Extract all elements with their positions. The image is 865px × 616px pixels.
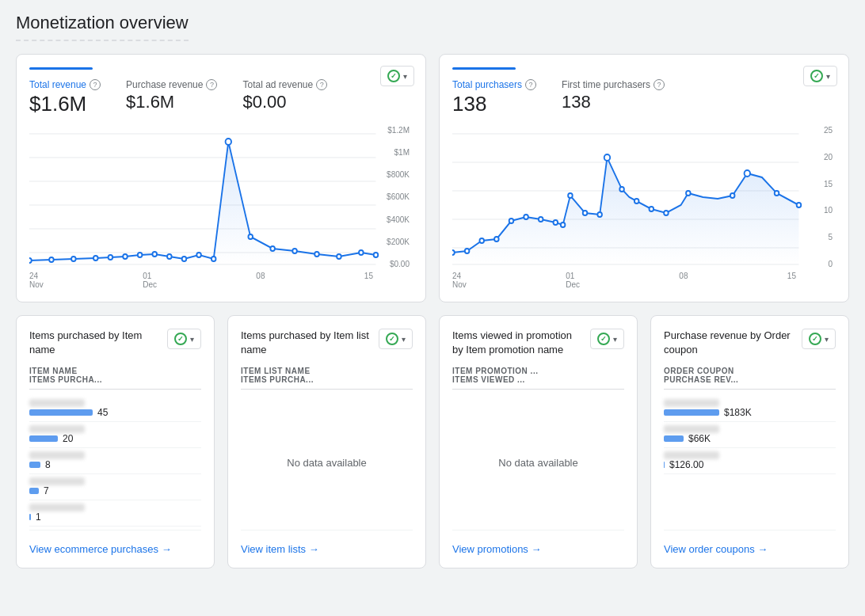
- bar-66k: [664, 435, 684, 442]
- svg-point-13: [123, 254, 128, 259]
- blurred-item-name: [29, 399, 85, 407]
- svg-point-54: [745, 170, 750, 177]
- items-in-promo-action[interactable]: ▾: [590, 329, 624, 349]
- svg-point-26: [359, 250, 364, 255]
- purchasers-chart-svg: [452, 126, 836, 268]
- svg-point-53: [730, 193, 735, 198]
- svg-point-11: [93, 256, 98, 260]
- revenue-action-button[interactable]: ▾: [380, 66, 414, 86]
- items-by-list-action[interactable]: ▾: [379, 329, 413, 349]
- revenue-chart-svg: [29, 126, 413, 268]
- svg-point-12: [109, 255, 113, 260]
- svg-point-8: [29, 258, 32, 263]
- svg-point-52: [686, 191, 691, 196]
- purchase-by-coupon-card: Purchase revenue by Order coupon ▾ ORDER…: [650, 315, 849, 568]
- item-list-name-col-header: ITEM LIST NAME: [241, 367, 413, 375]
- items-by-list-card: Items purchased by Item list name ▾ ITEM…: [227, 315, 426, 568]
- purchase-revenue-value: $1.6M: [126, 92, 217, 112]
- table-row: $66K: [664, 422, 836, 448]
- items-by-list-check-icon: [386, 333, 398, 345]
- view-order-coupons-link[interactable]: View order coupons →: [664, 530, 836, 555]
- purchasers-action-button[interactable]: ▾: [803, 66, 837, 86]
- table-row: 8: [29, 448, 201, 474]
- purchasers-x-labels: 24Nov 01Dec 08 15: [452, 272, 836, 289]
- svg-point-45: [583, 211, 588, 215]
- blurred-item-name: [29, 477, 85, 485]
- svg-point-38: [494, 237, 499, 241]
- purchase-revenue-info-icon[interactable]: ?: [206, 79, 217, 90]
- purchasers-check-icon: [810, 70, 823, 82]
- total-purchasers-info-icon[interactable]: ?: [525, 79, 536, 90]
- blurred-item-name: [29, 451, 85, 459]
- table-row: 20: [29, 422, 201, 448]
- total-revenue-value: $1.6M: [29, 92, 101, 116]
- table-row: 7: [29, 474, 201, 500]
- svg-point-42: [554, 220, 558, 225]
- total-ad-revenue-info-icon[interactable]: ?: [316, 79, 327, 90]
- svg-point-41: [539, 217, 543, 222]
- svg-point-16: [167, 254, 172, 259]
- items-by-name-action[interactable]: ▾: [167, 329, 201, 349]
- total-purchasers-label: Total purchasers ?: [452, 79, 536, 90]
- purchase-by-coupon-check-icon: [809, 333, 821, 345]
- svg-point-37: [479, 238, 484, 243]
- total-revenue-metric: Total revenue ? $1.6M: [29, 79, 101, 116]
- bar-45: [29, 409, 93, 416]
- purchase-by-coupon-title: Purchase revenue by Order coupon: [664, 329, 802, 357]
- svg-point-44: [568, 193, 573, 198]
- items-by-name-card: Items purchased by Item name ▾ ITEM NAME…: [16, 315, 215, 568]
- bar-8: [29, 462, 40, 468]
- svg-point-10: [71, 257, 76, 261]
- svg-point-9: [49, 257, 54, 262]
- revenue-x-labels: 24Nov 01Dec 08 15: [29, 272, 413, 289]
- items-by-name-table-header: ITEM NAME ITEMS PURCHA...: [29, 367, 201, 390]
- svg-point-25: [337, 254, 341, 259]
- table-row: 1: [29, 500, 201, 527]
- first-time-purchasers-metric: First time purchasers ? 138: [562, 79, 665, 112]
- items-in-promo-header: Items viewed in promotion by Item promot…: [452, 329, 624, 357]
- total-ad-revenue-metric: Total ad revenue ? $0.00: [242, 79, 327, 112]
- first-time-purchasers-info-icon[interactable]: ?: [654, 79, 665, 90]
- purchase-revenue-metric: Purchase revenue ? $1.6M: [126, 79, 217, 112]
- svg-point-19: [211, 257, 216, 261]
- svg-point-39: [509, 219, 514, 223]
- no-data-list: No data available: [241, 396, 413, 530]
- bottom-row: Items purchased by Item name ▾ ITEM NAME…: [16, 315, 849, 568]
- first-time-purchasers-value: 138: [562, 92, 665, 112]
- purchase-by-coupon-table-header: ORDER COUPON PURCHASE REV...: [664, 367, 836, 390]
- items-by-name-check-icon: [174, 333, 187, 345]
- bar-7: [29, 488, 39, 494]
- total-revenue-info-icon[interactable]: ?: [90, 79, 101, 90]
- blurred-item-name: [29, 425, 85, 433]
- items-in-promo-check-icon: [597, 333, 610, 345]
- items-by-list-title: Items purchased by Item list name: [241, 329, 379, 357]
- items-in-promo-card: Items viewed in promotion by Item promot…: [439, 315, 638, 568]
- items-viewed-col-header: ITEMS VIEWED ...: [452, 375, 624, 384]
- top-row: Total revenue ? $1.6M Purchase revenue ?…: [16, 54, 849, 302]
- svg-marker-7: [29, 142, 375, 264]
- purchasers-card: Total purchasers ? 138 First time purcha…: [439, 54, 849, 302]
- svg-point-47: [604, 154, 610, 161]
- view-promotions-link[interactable]: View promotions →: [452, 530, 624, 555]
- svg-point-22: [270, 246, 275, 251]
- bar-20: [29, 435, 58, 442]
- view-item-lists-link[interactable]: View item lists →: [241, 530, 413, 555]
- items-by-list-header: Items purchased by Item list name ▾: [241, 329, 413, 357]
- purchase-revenue-label: Purchase revenue ?: [126, 79, 217, 90]
- svg-point-24: [314, 252, 319, 257]
- view-ecommerce-link[interactable]: View ecommerce purchases →: [29, 530, 201, 555]
- page-title: Monetization overview: [16, 13, 189, 41]
- table-row: $126.00: [664, 448, 836, 474]
- svg-point-23: [292, 249, 297, 253]
- blurred-coupon-name: [664, 399, 719, 407]
- total-purchasers-metric: Total purchasers ? 138: [452, 79, 536, 116]
- total-revenue-label: Total revenue ?: [29, 79, 101, 90]
- revenue-chart-area: $1.2M $1M $800K $600K $400K $200K $0.00: [29, 126, 413, 268]
- purchase-by-coupon-action[interactable]: ▾: [802, 329, 836, 349]
- purchase-rev-col-header: PURCHASE REV...: [664, 375, 836, 384]
- items-in-promo-title: Items viewed in promotion by Item promot…: [452, 329, 590, 357]
- no-data-promo: No data available: [452, 396, 624, 530]
- svg-point-50: [650, 207, 654, 211]
- bar-1: [29, 514, 31, 520]
- total-purchasers-value: 138: [452, 92, 536, 116]
